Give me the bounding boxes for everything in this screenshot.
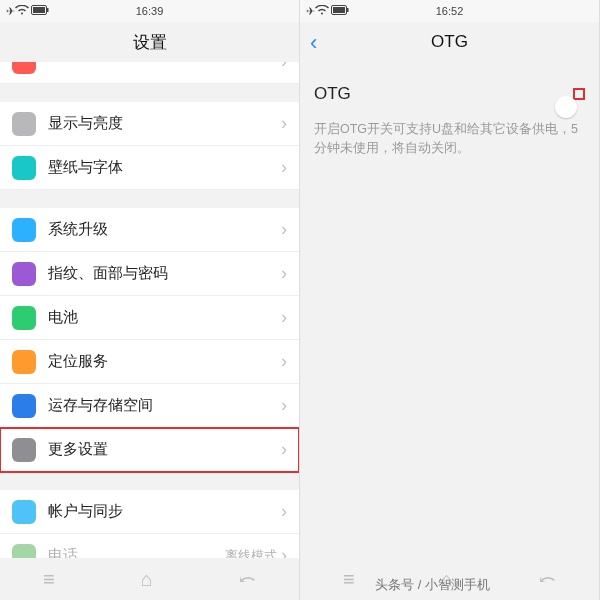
row-label: 定位服务 [48,352,281,371]
nav-home-icon[interactable]: ⌂ [141,568,153,591]
nav-back-icon[interactable]: ⤺ [239,567,256,591]
row-battery-icon [12,306,36,330]
row-label: 运存与存储空间 [48,396,281,415]
row-account[interactable]: 帐户与同步› [0,490,299,534]
row-storage[interactable]: 运存与存储空间› [0,384,299,428]
chevron-right-icon: › [281,219,287,240]
status-time: 16:52 [300,5,599,17]
row-phone[interactable]: 电话离线模式› [0,534,299,558]
row-wallpaper-icon [12,156,36,180]
chevron-right-icon: › [281,263,287,284]
row-label: 帐户与同步 [48,502,281,521]
status-bar: ✈ 16:39 [0,0,299,22]
row-phone-icon [12,544,36,559]
chevron-right-icon: › [281,545,287,558]
row-notice[interactable]: › [0,62,299,84]
chevron-right-icon: › [281,307,287,328]
otg-toggle-row: OTG [300,70,599,118]
left-pane-settings: ✈ 16:39 设置 ›显示与亮度›壁纸与字体›系统升级›指纹、面部与密码›电池… [0,0,300,600]
row-label: 更多设置 [48,440,281,459]
row-display[interactable]: 显示与亮度› [0,102,299,146]
row-battery[interactable]: 电池› [0,296,299,340]
row-wallpaper[interactable]: 壁纸与字体› [0,146,299,190]
chevron-right-icon: › [281,395,287,416]
otg-description: 开启OTG开关可支持U盘和给其它设备供电，5分钟未使用，将自动关闭。 [300,118,599,160]
row-label: 系统升级 [48,220,281,239]
chevron-right-icon: › [281,439,287,460]
row-upgrade[interactable]: 系统升级› [0,208,299,252]
row-fingerprint[interactable]: 指纹、面部与密码› [0,252,299,296]
row-fingerprint-icon [12,262,36,286]
row-location[interactable]: 定位服务› [0,340,299,384]
nav-menu-icon[interactable]: ≡ [343,568,355,591]
nav-back-icon[interactable]: ⤺ [539,567,556,591]
row-storage-icon [12,394,36,418]
author-signature: 头条号 / 小智测手机 [375,576,490,594]
back-button[interactable]: ‹ [310,30,317,56]
chevron-right-icon: › [281,501,287,522]
chevron-right-icon: › [281,351,287,372]
page-title: 设置 [0,22,299,62]
row-upgrade-icon [12,218,36,242]
right-pane-otg: ✈ 16:52 ‹ OTG OTG 开启OTG开关可支持U盘和给其它设备供电，5… [300,0,600,600]
row-label: 电话 [48,546,225,558]
chevron-right-icon: › [281,113,287,134]
row-location-icon [12,350,36,374]
chevron-right-icon: › [281,157,287,178]
nav-menu-icon[interactable]: ≡ [43,568,55,591]
row-more-icon [12,438,36,462]
settings-list[interactable]: ›显示与亮度›壁纸与字体›系统升级›指纹、面部与密码›电池›定位服务›运存与存储… [0,62,299,558]
row-more[interactable]: 更多设置› [0,428,299,472]
status-bar: ✈ 16:52 [300,0,599,22]
status-time: 16:39 [0,5,299,17]
row-label: 电池 [48,308,281,327]
otg-body: OTG 开启OTG开关可支持U盘和给其它设备供电，5分钟未使用，将自动关闭。 [300,62,599,558]
nav-bar: ≡ ⌂ ⤺ [0,558,299,600]
page-title-otg: ‹ OTG [300,22,599,62]
row-display-icon [12,112,36,136]
otg-label: OTG [314,84,351,104]
otg-toggle-highlight [573,88,585,100]
row-account-icon [12,500,36,524]
title-text: OTG [431,32,468,52]
row-notice-icon [12,62,36,74]
row-label: 指纹、面部与密码 [48,264,281,283]
row-aux: 离线模式 [225,547,277,559]
row-label: 壁纸与字体 [48,158,281,177]
row-label: 显示与亮度 [48,114,281,133]
chevron-right-icon: › [281,62,287,72]
